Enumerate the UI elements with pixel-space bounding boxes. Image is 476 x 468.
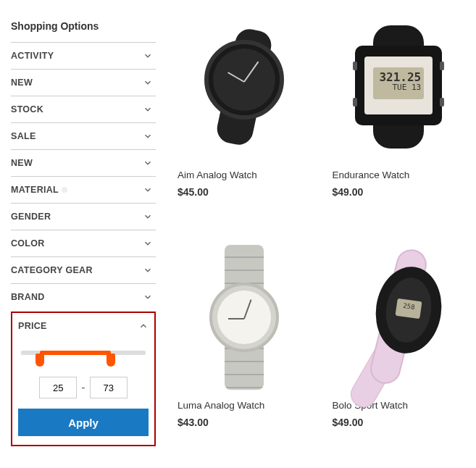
filter-label: NEW bbox=[11, 78, 33, 88]
chevron-down-icon bbox=[143, 51, 153, 61]
slider-handle-max[interactable] bbox=[107, 354, 115, 367]
price-filter-section: PRICE - Apply bbox=[11, 312, 156, 446]
chevron-down-icon bbox=[143, 265, 153, 275]
sidebar-title: Shopping Options bbox=[11, 14, 156, 42]
product-card[interactable]: 258Bolo Sport Watch$49.00 bbox=[333, 245, 466, 446]
filter-label: STOCK bbox=[11, 104, 43, 114]
filter-label: SALE bbox=[11, 131, 36, 141]
filter-brand-9[interactable]: BRAND bbox=[11, 283, 156, 310]
product-name: Aim Analog Watch bbox=[178, 170, 311, 180]
filter-sale-3[interactable]: SALE bbox=[11, 122, 156, 149]
product-price: $45.00 bbox=[178, 186, 311, 198]
filter-sidebar: Shopping Options ACTIVITYNEWSTOCKSALENEW… bbox=[11, 14, 156, 446]
filter-label: NEW bbox=[11, 158, 33, 168]
price-min-input[interactable] bbox=[39, 377, 77, 398]
slider-handle-min[interactable] bbox=[36, 354, 44, 367]
filter-new-4[interactable]: NEW bbox=[11, 149, 156, 176]
product-name: Luma Analog Watch bbox=[178, 400, 311, 411]
filter-price[interactable]: PRICE bbox=[18, 313, 149, 339]
slider-range bbox=[40, 351, 111, 355]
product-grid: Aim Analog Watch$45.00321.25TUE 13Endura… bbox=[178, 14, 465, 446]
filter-color-7[interactable]: COLOR bbox=[11, 230, 156, 256]
price-slider[interactable] bbox=[18, 339, 149, 359]
chevron-down-icon bbox=[143, 78, 153, 88]
product-price: $43.00 bbox=[178, 417, 311, 428]
product-name: Endurance Watch bbox=[333, 170, 466, 180]
filter-activity-0[interactable]: ACTIVITY bbox=[11, 42, 156, 69]
filter-label: COLOR bbox=[11, 238, 45, 248]
chevron-down-icon bbox=[143, 158, 153, 168]
filter-label-price: PRICE bbox=[18, 321, 47, 331]
product-card[interactable]: Luma Analog Watch$43.00 bbox=[178, 245, 311, 446]
chevron-down-icon bbox=[143, 212, 153, 222]
chevron-down-icon bbox=[143, 238, 153, 248]
filter-stock-2[interactable]: STOCK bbox=[11, 96, 156, 122]
price-dash: - bbox=[81, 381, 85, 394]
filter-label: CATEGORY GEAR bbox=[11, 265, 93, 275]
chevron-down-icon bbox=[143, 292, 153, 302]
product-image bbox=[178, 14, 311, 159]
filter-label: BRAND bbox=[11, 292, 45, 302]
filter-label: GENDER bbox=[11, 212, 51, 222]
chevron-down-icon bbox=[143, 185, 153, 195]
product-price: $49.00 bbox=[333, 417, 466, 428]
swatch-dot-icon bbox=[62, 187, 67, 193]
filter-material-5[interactable]: MATERIAL bbox=[11, 176, 156, 203]
chevron-up-icon bbox=[138, 321, 149, 331]
filter-new-1[interactable]: NEW bbox=[11, 69, 156, 96]
price-max-input[interactable] bbox=[90, 377, 128, 398]
product-image: 258 bbox=[333, 245, 466, 390]
filter-label: MATERIAL bbox=[11, 185, 67, 195]
product-image bbox=[178, 245, 311, 390]
product-card[interactable]: 321.25TUE 13Endurance Watch$49.00 bbox=[333, 14, 466, 216]
slider-track bbox=[21, 351, 146, 355]
apply-button[interactable]: Apply bbox=[18, 409, 149, 436]
product-card[interactable]: Aim Analog Watch$45.00 bbox=[178, 14, 311, 216]
chevron-down-icon bbox=[143, 104, 153, 114]
chevron-down-icon bbox=[143, 131, 153, 141]
filter-label: ACTIVITY bbox=[11, 51, 54, 61]
filter-category-gear-8[interactable]: CATEGORY GEAR bbox=[11, 256, 156, 283]
filter-gender-6[interactable]: GENDER bbox=[11, 203, 156, 230]
product-image: 321.25TUE 13 bbox=[333, 14, 466, 159]
product-price: $49.00 bbox=[333, 186, 466, 198]
